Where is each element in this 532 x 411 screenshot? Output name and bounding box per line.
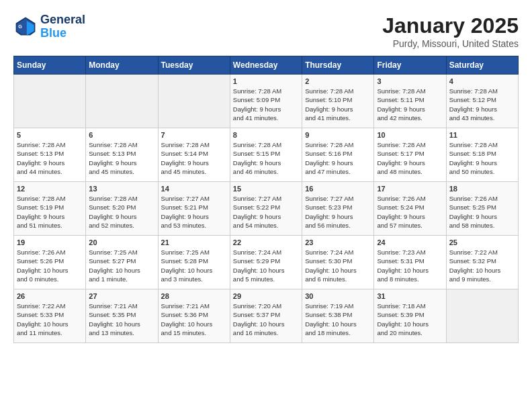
logo-text-line1: General (40, 13, 85, 27)
day-info: Sunrise: 7:25 AM Sunset: 5:27 PM Dayligh… (89, 248, 154, 283)
day-info: Sunrise: 7:26 AM Sunset: 5:25 PM Dayligh… (449, 194, 515, 230)
calendar-cell: 19Sunrise: 7:26 AM Sunset: 5:26 PM Dayli… (14, 236, 86, 289)
day-number: 11 (449, 131, 515, 139)
calendar-week-row: 1Sunrise: 7:28 AM Sunset: 5:09 PM Daylig… (14, 75, 519, 128)
day-number: 21 (161, 238, 227, 246)
logo-icon: G (13, 15, 38, 39)
calendar-cell: 23Sunrise: 7:24 AM Sunset: 5:30 PM Dayli… (302, 236, 374, 289)
day-number: 2 (305, 77, 371, 85)
day-number: 7 (161, 131, 227, 139)
day-number: 31 (377, 292, 443, 300)
day-number: 19 (17, 238, 83, 246)
calendar-cell: 17Sunrise: 7:26 AM Sunset: 5:24 PM Dayli… (374, 182, 446, 236)
calendar-cell: 6Sunrise: 7:28 AM Sunset: 5:13 PM Daylig… (86, 128, 158, 182)
logo: G General Blue (13, 13, 85, 40)
calendar-cell (14, 75, 86, 128)
calendar-cell: 4Sunrise: 7:28 AM Sunset: 5:12 PM Daylig… (446, 75, 518, 128)
day-number: 12 (17, 185, 83, 193)
calendar-cell: 26Sunrise: 7:22 AM Sunset: 5:33 PM Dayli… (14, 289, 86, 343)
day-info: Sunrise: 7:28 AM Sunset: 5:16 PM Dayligh… (305, 140, 371, 176)
calendar-cell: 8Sunrise: 7:28 AM Sunset: 5:15 PM Daylig… (230, 128, 302, 182)
day-number: 10 (377, 131, 443, 139)
day-info: Sunrise: 7:26 AM Sunset: 5:26 PM Dayligh… (17, 248, 83, 283)
day-number: 30 (305, 292, 371, 300)
day-info: Sunrise: 7:20 AM Sunset: 5:37 PM Dayligh… (233, 302, 299, 337)
calendar-week-row: 12Sunrise: 7:28 AM Sunset: 5:19 PM Dayli… (14, 182, 519, 236)
day-number: 15 (233, 185, 299, 193)
day-info: Sunrise: 7:24 AM Sunset: 5:29 PM Dayligh… (233, 248, 299, 283)
calendar-cell: 30Sunrise: 7:19 AM Sunset: 5:38 PM Dayli… (302, 289, 374, 343)
page-header: G General Blue January 2025 Purdy, Misso… (13, 13, 519, 49)
day-info: Sunrise: 7:28 AM Sunset: 5:11 PM Dayligh… (377, 87, 443, 122)
calendar-cell: 24Sunrise: 7:23 AM Sunset: 5:31 PM Dayli… (374, 236, 446, 289)
day-number: 6 (89, 131, 154, 139)
calendar-cell: 15Sunrise: 7:27 AM Sunset: 5:22 PM Dayli… (230, 182, 302, 236)
calendar-table: SundayMondayTuesdayWednesdayThursdayFrid… (13, 56, 519, 343)
day-info: Sunrise: 7:28 AM Sunset: 5:15 PM Dayligh… (233, 140, 299, 176)
day-number: 27 (89, 292, 154, 300)
day-info: Sunrise: 7:26 AM Sunset: 5:24 PM Dayligh… (377, 194, 443, 230)
calendar-cell: 11Sunrise: 7:28 AM Sunset: 5:18 PM Dayli… (446, 128, 518, 182)
location: Purdy, Missouri, United States (382, 38, 519, 49)
calendar-week-row: 26Sunrise: 7:22 AM Sunset: 5:33 PM Dayli… (14, 289, 519, 343)
weekday-header: Wednesday (230, 56, 302, 75)
day-number: 1 (233, 77, 299, 85)
calendar-cell: 27Sunrise: 7:21 AM Sunset: 5:35 PM Dayli… (86, 289, 158, 343)
weekday-header: Thursday (302, 56, 374, 75)
calendar-cell: 25Sunrise: 7:22 AM Sunset: 5:32 PM Dayli… (446, 236, 518, 289)
day-info: Sunrise: 7:27 AM Sunset: 5:21 PM Dayligh… (161, 194, 227, 230)
calendar-cell: 21Sunrise: 7:25 AM Sunset: 5:28 PM Dayli… (158, 236, 230, 289)
day-number: 5 (17, 131, 83, 139)
calendar-cell: 1Sunrise: 7:28 AM Sunset: 5:09 PM Daylig… (230, 75, 302, 128)
calendar-cell (86, 75, 158, 128)
day-info: Sunrise: 7:28 AM Sunset: 5:10 PM Dayligh… (305, 87, 371, 122)
day-number: 16 (305, 185, 371, 193)
calendar-cell: 14Sunrise: 7:27 AM Sunset: 5:21 PM Dayli… (158, 182, 230, 236)
day-number: 22 (233, 238, 299, 246)
day-number: 20 (89, 238, 154, 246)
day-number: 17 (377, 185, 443, 193)
calendar-cell: 9Sunrise: 7:28 AM Sunset: 5:16 PM Daylig… (302, 128, 374, 182)
day-number: 4 (449, 77, 515, 85)
weekday-header: Sunday (14, 56, 86, 75)
day-number: 29 (233, 292, 299, 300)
day-info: Sunrise: 7:21 AM Sunset: 5:36 PM Dayligh… (161, 302, 227, 337)
calendar-cell: 12Sunrise: 7:28 AM Sunset: 5:19 PM Dayli… (14, 182, 86, 236)
svg-text:G: G (18, 24, 22, 30)
day-number: 24 (377, 238, 443, 246)
calendar-cell: 7Sunrise: 7:28 AM Sunset: 5:14 PM Daylig… (158, 128, 230, 182)
day-number: 26 (17, 292, 83, 300)
day-info: Sunrise: 7:21 AM Sunset: 5:35 PM Dayligh… (89, 302, 154, 337)
weekday-header: Saturday (446, 56, 518, 75)
weekday-header: Tuesday (158, 56, 230, 75)
day-info: Sunrise: 7:22 AM Sunset: 5:32 PM Dayligh… (449, 248, 515, 283)
title-block: January 2025 Purdy, Missouri, United Sta… (382, 13, 519, 49)
calendar-cell (446, 289, 518, 343)
weekday-header: Friday (374, 56, 446, 75)
calendar-week-row: 19Sunrise: 7:26 AM Sunset: 5:26 PM Dayli… (14, 236, 519, 289)
month-title: January 2025 (382, 13, 519, 38)
day-number: 9 (305, 131, 371, 139)
day-info: Sunrise: 7:24 AM Sunset: 5:30 PM Dayligh… (305, 248, 371, 283)
day-info: Sunrise: 7:27 AM Sunset: 5:23 PM Dayligh… (305, 194, 371, 230)
weekday-header: Monday (86, 56, 158, 75)
day-info: Sunrise: 7:28 AM Sunset: 5:20 PM Dayligh… (89, 194, 154, 230)
calendar-cell: 5Sunrise: 7:28 AM Sunset: 5:13 PM Daylig… (14, 128, 86, 182)
day-number: 8 (233, 131, 299, 139)
calendar-cell: 22Sunrise: 7:24 AM Sunset: 5:29 PM Dayli… (230, 236, 302, 289)
day-info: Sunrise: 7:19 AM Sunset: 5:38 PM Dayligh… (305, 302, 371, 337)
calendar-cell: 20Sunrise: 7:25 AM Sunset: 5:27 PM Dayli… (86, 236, 158, 289)
day-number: 13 (89, 185, 154, 193)
logo-text-line2: Blue (40, 27, 85, 40)
calendar-cell: 18Sunrise: 7:26 AM Sunset: 5:25 PM Dayli… (446, 182, 518, 236)
day-number: 14 (161, 185, 227, 193)
day-info: Sunrise: 7:28 AM Sunset: 5:13 PM Dayligh… (89, 140, 154, 176)
day-info: Sunrise: 7:28 AM Sunset: 5:19 PM Dayligh… (17, 194, 83, 230)
day-info: Sunrise: 7:18 AM Sunset: 5:39 PM Dayligh… (377, 302, 443, 337)
day-info: Sunrise: 7:27 AM Sunset: 5:22 PM Dayligh… (233, 194, 299, 230)
day-info: Sunrise: 7:25 AM Sunset: 5:28 PM Dayligh… (161, 248, 227, 283)
day-info: Sunrise: 7:28 AM Sunset: 5:14 PM Dayligh… (161, 140, 227, 176)
day-number: 18 (449, 185, 515, 193)
day-number: 25 (449, 238, 515, 246)
calendar-week-row: 5Sunrise: 7:28 AM Sunset: 5:13 PM Daylig… (14, 128, 519, 182)
